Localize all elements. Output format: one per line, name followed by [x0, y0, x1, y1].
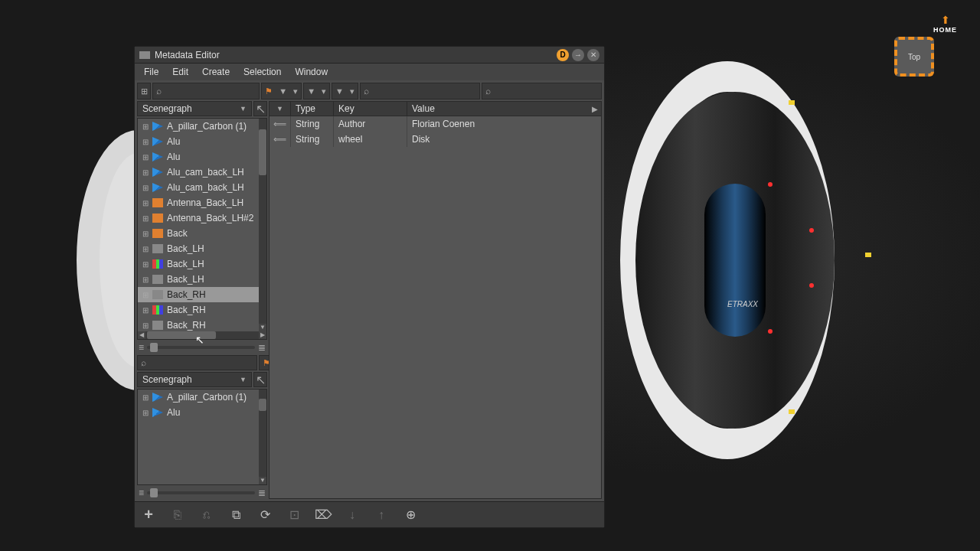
menu-file[interactable]: File [138, 65, 165, 79]
scrollbar-thumb[interactable] [259, 129, 266, 175]
expand-icon[interactable]: ⊞ [141, 291, 150, 299]
toolbar-btn-9[interactable]: ↑ [372, 508, 390, 522]
tree-item[interactable]: ⊞Back_RH [138, 318, 266, 331]
orientation-cube[interactable]: Top [894, 37, 934, 77]
tree-item[interactable]: ⊞Back_RH [138, 302, 266, 318]
toolbar-btn-6[interactable]: ⊡ [285, 507, 303, 522]
tree-search-input-bottom[interactable] [148, 358, 253, 367]
metadata-row[interactable]: ⟸StringwheelDisk [270, 132, 601, 147]
zoom-slider-thumb[interactable] [150, 343, 158, 352]
expand-icon[interactable]: ⊞ [141, 184, 150, 192]
target-button[interactable]: ⊕ [401, 507, 420, 522]
tree-item[interactable]: ⊞Alu_cam_back_LH [138, 180, 266, 195]
tree-item[interactable]: ⊞Back_RH [138, 287, 266, 302]
tree-item[interactable]: ⊞Alu [138, 149, 266, 165]
expand-icon[interactable]: ⊞ [141, 245, 150, 253]
tree-item[interactable]: ⊞Alu_cam_back_LH [138, 165, 266, 180]
zoom-slider-thumb[interactable] [150, 488, 158, 497]
pick-in-scene-button[interactable]: ↖ [253, 101, 267, 116]
tree-item[interactable]: ⊞Back_LH [138, 241, 266, 256]
scroll-down-arrow[interactable]: ▼ [259, 477, 266, 484]
filter-dropdown-icon[interactable]: ▾ [290, 86, 301, 96]
zoom-slider-track[interactable] [147, 491, 255, 494]
pick-in-scene-button[interactable]: ↖ [253, 372, 267, 387]
expand-icon[interactable]: ⊞ [141, 321, 150, 330]
meta-search-value[interactable]: ⌕ [482, 83, 602, 99]
filter-icon[interactable]: ▼ [332, 86, 347, 96]
tree-mode-icon[interactable]: ⊞ [137, 83, 151, 99]
meta-search-value-input[interactable] [492, 86, 598, 96]
scroll-down-arrow[interactable]: ▼ [259, 324, 266, 331]
tree-scroll-area-top[interactable]: ⊞A_pillar_Carbon (1)⊞Alu⊞Alu⊞Alu_cam_bac… [138, 119, 266, 331]
expand-icon[interactable]: ⊞ [141, 393, 150, 402]
filter-icon[interactable]: ▼ [304, 86, 318, 96]
menu-selection[interactable]: Selection [237, 65, 287, 79]
add-button[interactable]: + [139, 506, 158, 523]
row-value[interactable]: Florian Coenen [407, 116, 601, 132]
horizontal-scrollbar[interactable]: ◀ ▶ [138, 331, 266, 339]
meta-header-type[interactable]: Type [291, 102, 334, 116]
tree-item[interactable]: ⊞Back_LH [138, 256, 266, 272]
expand-icon[interactable]: ⊞ [141, 276, 150, 284]
expand-icon[interactable]: ⊞ [141, 214, 150, 223]
tree-search-bottom[interactable]: ⌕ [137, 355, 257, 370]
vertical-scrollbar[interactable] [259, 390, 266, 484]
tree-item[interactable]: ⊞A_pillar_Carbon (1) [138, 390, 266, 405]
tree-item[interactable]: ⊞Back [138, 226, 266, 241]
expand-icon[interactable]: ⊞ [141, 122, 150, 131]
meta-header-caret[interactable]: ▼ [270, 102, 291, 116]
filter-icon[interactable]: ▼ [276, 86, 290, 96]
tree-item[interactable]: ⊞Alu [138, 405, 266, 420]
expand-icon[interactable]: ⊞ [141, 168, 150, 177]
expand-icon[interactable]: ⊞ [141, 230, 150, 238]
filter-dropdown-icon[interactable]: ▾ [347, 86, 358, 96]
tree-search-top[interactable]: ⌕ [152, 83, 260, 99]
filter-dropdown-icon[interactable]: ▾ [318, 86, 329, 96]
tree-search-input-top[interactable] [163, 86, 269, 96]
meta-header-value[interactable]: Value ▶ [407, 102, 601, 116]
scroll-right-arrow[interactable]: ▶ [259, 331, 266, 339]
row-value[interactable]: Disk [407, 132, 601, 147]
menu-window[interactable]: Window [289, 65, 334, 79]
copy-button[interactable]: ⧉ [227, 508, 245, 522]
close-button[interactable]: ✕ [587, 49, 599, 61]
home-widget[interactable]: ⬆ HOME [933, 14, 957, 34]
scenegraph-dropdown-top[interactable]: Scenegraph ▼ [137, 101, 252, 116]
tree-item[interactable]: ⊞Alu [138, 134, 266, 149]
scrollbar-thumb[interactable] [147, 331, 216, 339]
tree-item[interactable]: ⊞A_pillar_Carbon (1) [138, 119, 266, 134]
expand-icon[interactable]: ⊞ [141, 153, 150, 161]
tag-icon[interactable]: ⚑ [262, 84, 276, 98]
expand-icon[interactable]: ⊞ [141, 260, 150, 269]
tree-item[interactable]: ⊞Antenna_Back_LH#2 [138, 210, 266, 226]
expand-icon[interactable]: ⊞ [141, 306, 150, 315]
expand-icon[interactable]: ⊞ [141, 138, 150, 146]
home-label: HOME [933, 26, 957, 34]
d-badge-button[interactable]: D [557, 49, 569, 61]
zoom-slider-track[interactable] [147, 346, 255, 349]
metadata-row[interactable]: ⟸StringAuthorFlorian Coenen [270, 116, 601, 132]
tree-scroll-area-bottom[interactable]: ⊞A_pillar_Carbon (1)⊞Alu [138, 390, 266, 484]
window-titlebar[interactable]: Metadata Editor D → ✕ [135, 47, 604, 64]
meta-search-key[interactable]: ⌕ [360, 83, 480, 99]
menu-create[interactable]: Create [196, 65, 236, 79]
remove-tag-button[interactable]: ⌦ [314, 507, 332, 522]
meta-search-key-input[interactable] [371, 86, 476, 96]
scroll-left-arrow[interactable]: ◀ [138, 331, 145, 339]
meta-header-key[interactable]: Key [334, 102, 407, 116]
expand-arrow-icon[interactable]: ▶ [592, 105, 598, 113]
toolbar-btn-2[interactable]: ⎘ [168, 508, 187, 522]
minimize-button[interactable]: → [572, 49, 584, 61]
menu-edit[interactable]: Edit [166, 65, 194, 79]
vertical-scrollbar[interactable] [259, 119, 266, 339]
expand-icon[interactable]: ⊞ [141, 199, 150, 207]
toolbar-btn-8[interactable]: ↓ [343, 508, 361, 522]
scrollbar-thumb[interactable] [259, 399, 266, 411]
tree-item[interactable]: ⊞Antenna_Back_LH [138, 195, 266, 210]
row-type: String [291, 116, 334, 132]
expand-icon[interactable]: ⊞ [141, 409, 150, 417]
tree-item[interactable]: ⊞Back_LH [138, 272, 266, 287]
refresh-button[interactable]: ⟳ [256, 507, 274, 522]
scenegraph-dropdown-bottom[interactable]: Scenegraph ▼ [137, 372, 252, 387]
toolbar-btn-3[interactable]: ⎌ [198, 508, 216, 522]
